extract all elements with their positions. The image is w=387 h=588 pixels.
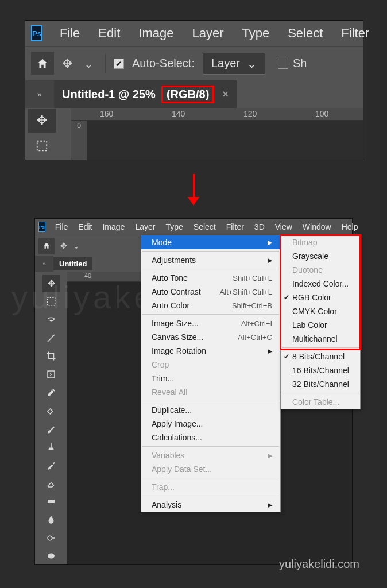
shortcut: Alt+Ctrl+I [241, 319, 272, 328]
menu-image[interactable]: Image [129, 26, 183, 41]
menu-bar: Ps File Edit Image Layer Type Select Fil… [25, 21, 363, 46]
menu-item-grayscale[interactable]: Grayscale [281, 249, 360, 263]
menu-item-8bits[interactable]: ✔8 Bits/Channel [281, 350, 360, 363]
crop-tool[interactable] [42, 348, 60, 365]
tool-preset-dropdown-icon[interactable]: ⌄ [73, 241, 80, 250]
ps-logo-icon: Ps [31, 25, 42, 41]
menu-select[interactable]: Select [188, 222, 221, 231]
expand-panels-icon[interactable]: » [25, 80, 54, 108]
gradient-tool[interactable] [42, 493, 60, 510]
menu-item-color-table: Color Table... [281, 395, 360, 409]
menu-3d[interactable]: 3D [249, 222, 270, 231]
menu-help[interactable]: Help [336, 222, 363, 231]
menu-type[interactable]: Type [233, 26, 278, 41]
tool-preset-dropdown-icon[interactable]: ⌄ [80, 57, 97, 71]
marquee-tool[interactable] [42, 293, 60, 311]
ruler-mark: 120 [243, 109, 257, 118]
menu-item-indexed-color[interactable]: Indexed Color... [281, 277, 360, 291]
options-bar: ✥ ⌄ ✔ Auto-Select: Layer ⌄ Sh [25, 46, 363, 80]
menu-type[interactable]: Type [160, 222, 188, 231]
menu-window[interactable]: Window [297, 222, 336, 231]
menu-item-cmyk-color[interactable]: CMYK Color [281, 304, 360, 318]
eyedropper-tool[interactable] [42, 384, 60, 401]
ruler-mark: 40 [84, 272, 91, 279]
menu-mode-submenu: Bitmap Grayscale Duotone Indexed Color..… [280, 235, 361, 409]
menu-file[interactable]: File [51, 26, 89, 41]
expand-panels-icon[interactable]: » [35, 256, 53, 272]
menu-item-rgb-color[interactable]: ✔RGB Color [281, 291, 360, 304]
document-tab[interactable]: Untitled-1 @ 25% (RGB/8) × [54, 80, 237, 108]
menu-item-label: Calculations... [152, 433, 202, 442]
menu-bar: Ps File Edit Image Layer Type Select Fil… [35, 219, 352, 235]
menu-item-duplicate[interactable]: Duplicate... [141, 403, 280, 417]
marquee-icon [36, 140, 48, 152]
menu-image[interactable]: Image [97, 222, 130, 231]
menu-item-16bits[interactable]: 16 Bits/Channel [281, 363, 360, 377]
move-tool[interactable]: ✥ [42, 275, 60, 292]
ps-logo-icon: Ps [38, 222, 45, 232]
document-tab[interactable]: Untitled [53, 257, 92, 270]
history-brush-tool[interactable] [42, 457, 60, 474]
menu-item-32bits[interactable]: 32 Bits/Channel [281, 377, 360, 391]
menu-item-mode[interactable]: Mode▶ [141, 235, 280, 249]
move-tool[interactable]: ✥ [28, 109, 56, 133]
menu-item-label: Image Rotation [152, 346, 206, 355]
photoshop-window-top: Ps File Edit Image Layer Type Select Fil… [25, 20, 363, 160]
auto-select-checkbox[interactable]: ✔ [114, 59, 124, 69]
auto-select-target-dropdown[interactable]: Layer ⌄ [203, 53, 265, 75]
submenu-arrow-icon: ▶ [268, 452, 272, 459]
menu-item-image-size[interactable]: Image Size...Alt+Ctrl+I [141, 316, 280, 330]
sponge-tool[interactable] [42, 547, 60, 564]
tools-panel: ✥ [25, 108, 71, 160]
menu-layer[interactable]: Layer [183, 26, 233, 41]
menu-item-image-rotation[interactable]: Image Rotation▶ [141, 344, 280, 358]
lasso-tool[interactable] [42, 311, 60, 328]
healing-brush-tool[interactable] [42, 402, 60, 419]
svg-point-4 [48, 536, 52, 540]
menu-item-analysis[interactable]: Analysis▶ [141, 498, 280, 512]
home-button[interactable] [31, 52, 54, 75]
canvas[interactable] [87, 121, 363, 160]
menu-item-calculations[interactable]: Calculations... [141, 431, 280, 444]
menu-select[interactable]: Select [278, 26, 332, 41]
highlight-color-mode: (RGB/8) [161, 86, 214, 103]
menu-item-canvas-size[interactable]: Canvas Size...Alt+Ctrl+C [141, 330, 280, 344]
brush-tool[interactable] [42, 420, 60, 438]
clone-stamp-tool[interactable] [42, 439, 60, 456]
show-transform-checkbox[interactable] [278, 59, 288, 69]
menu-item-trap: Trap... [141, 480, 280, 494]
tab-close-icon[interactable]: × [222, 88, 229, 100]
menu-item-adjustments[interactable]: Adjustments▶ [141, 253, 280, 267]
menu-view[interactable]: View [270, 222, 297, 231]
ruler-mark: 140 [172, 109, 185, 118]
menu-item-apply-image[interactable]: Apply Image... [141, 417, 280, 431]
menu-item-lab-color[interactable]: Lab Color [281, 318, 360, 332]
ruler-mark: 100 [315, 109, 328, 118]
menu-filter[interactable]: Filter [332, 26, 378, 41]
frame-tool[interactable] [42, 366, 60, 383]
menu-file[interactable]: File [50, 222, 73, 231]
menu-item-auto-tone[interactable]: Auto ToneShift+Ctrl+L [141, 271, 280, 285]
auto-select-label: Auto-Select: [132, 57, 195, 70]
annotation-arrow [188, 174, 199, 208]
blur-tool[interactable] [42, 511, 60, 528]
menu-item-multichannel[interactable]: Multichannel [281, 332, 360, 346]
home-button[interactable] [38, 238, 55, 254]
menu-edit[interactable]: Edit [73, 222, 97, 231]
menu-item-label: 16 Bits/Channel [292, 366, 349, 375]
move-tool-icon: ✥ [60, 241, 67, 250]
menu-edit[interactable]: Edit [89, 26, 129, 41]
menu-item-auto-color[interactable]: Auto ColorShift+Ctrl+B [141, 299, 280, 312]
magic-wand-tool[interactable] [42, 330, 60, 347]
menu-item-auto-contrast[interactable]: Auto ContrastAlt+Shift+Ctrl+L [141, 285, 280, 299]
menu-item-label: Lab Color [292, 320, 327, 330]
dodge-tool[interactable] [42, 529, 60, 547]
menu-layer[interactable]: Layer [130, 222, 160, 231]
menu-item-reveal-all: Reveal All [141, 385, 280, 399]
menu-item-trim[interactable]: Trim... [141, 372, 280, 385]
eraser-tool[interactable] [42, 475, 60, 492]
menu-item-label: Indexed Color... [292, 279, 349, 288]
menu-filter[interactable]: Filter [221, 222, 249, 231]
marquee-tool[interactable] [28, 134, 56, 158]
tools-panel: ✥ [35, 272, 67, 564]
